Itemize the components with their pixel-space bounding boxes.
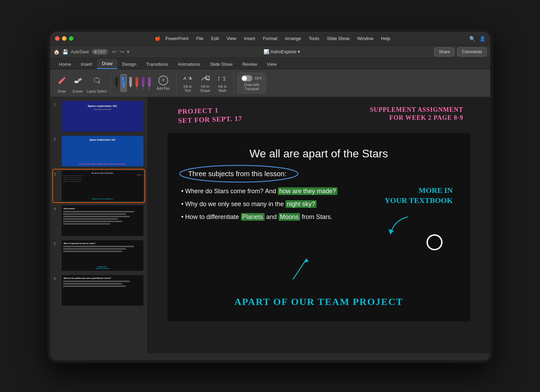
share-button[interactable]: Share xyxy=(434,47,454,56)
pen-red[interactable] xyxy=(134,76,139,91)
title-bar-center: 🍎 PowerPoint File Edit View Insert Forma… xyxy=(79,34,469,42)
lasso-tool[interactable]: Lasso Select xyxy=(87,73,107,94)
menu-slideshow[interactable]: Slide Show xyxy=(324,34,352,42)
slide-number-4: 4 xyxy=(54,207,59,211)
autosave-toggle[interactable]: OFF xyxy=(92,49,108,55)
draw-tool[interactable]: Draw xyxy=(55,73,69,94)
slide-item-3[interactable]: 3 We all are apart of the Stars Three su… xyxy=(53,170,144,202)
slide-item-5[interactable]: 5 Why is it important to work as a team?… xyxy=(53,239,144,272)
menu-tools[interactable]: Tools xyxy=(306,34,322,42)
close-button[interactable] xyxy=(55,36,60,41)
undo-button[interactable]: ↩ xyxy=(112,48,117,55)
tab-home[interactable]: Home xyxy=(54,60,76,69)
toggle-inner xyxy=(242,76,247,81)
tab-animations[interactable]: Animations xyxy=(173,60,205,69)
cursor-indicator xyxy=(426,234,443,250)
slide-number-2: 2 xyxy=(54,137,59,141)
traffic-lights xyxy=(55,36,73,41)
svg-text:A: A xyxy=(189,76,192,80)
pen-purple[interactable] xyxy=(141,76,146,91)
menu-view[interactable]: View xyxy=(224,34,239,42)
slide-thumbnail-6: What are the qualities that make a good … xyxy=(62,275,143,306)
menu-arrange[interactable]: Arrange xyxy=(282,34,304,42)
tab-review[interactable]: Review xyxy=(237,60,262,69)
ink-to-text-button[interactable]: A → A Ink toText xyxy=(180,72,195,94)
lasso-label: Lasso Select xyxy=(87,89,107,94)
maximize-button[interactable] xyxy=(69,36,73,41)
pen-pencil[interactable] xyxy=(128,76,133,91)
autosave-bar: 🏠 💾 AutoSave OFF ↩ ↪ ▾ 📊 AstroExplore ▾ … xyxy=(50,46,490,58)
tab-insert[interactable]: Insert xyxy=(76,60,97,69)
pen-colors xyxy=(114,74,152,92)
ink-to-math-label: Ink toMath xyxy=(218,85,227,93)
highlight-2: night sky? xyxy=(285,200,316,208)
slide-item-4[interactable]: 4 Discussion: xyxy=(53,204,144,237)
autosave-label: AutoSave xyxy=(71,49,89,54)
slide-number-1: 1 xyxy=(54,102,59,107)
svg-point-10 xyxy=(180,165,298,182)
mac-frame: 🍎 PowerPoint File Edit View Insert Forma… xyxy=(47,29,493,363)
menu-edit[interactable]: Edit xyxy=(208,34,221,42)
slide-thumbnail-3: We all are apart of the Stars Three subj… xyxy=(62,171,143,201)
textbook-annotation: MORE INYOUR TEXTBOOK xyxy=(385,186,453,205)
svg-text:A: A xyxy=(183,76,186,80)
ink-to-shape-button[interactable]: → Ink toShape xyxy=(197,72,213,94)
menu-insert[interactable]: Insert xyxy=(241,34,258,42)
slide-thumbnail-2: Space Exploration 101 IT HAS TO BE ABOUT… xyxy=(62,136,143,166)
highlight-1: how are they made? xyxy=(278,187,337,195)
slide-item-2[interactable]: 2 Space Exploration 101 IT HAS TO BE ABO… xyxy=(53,135,144,167)
menu-powerpoint[interactable]: PowerPoint xyxy=(163,34,191,42)
slide-number-5: 5 xyxy=(54,242,59,246)
dropdown-icon[interactable]: ▾ xyxy=(298,49,300,54)
main-slide: We all are apart of the Stars Three subj… xyxy=(167,133,470,321)
slide-main-title: We all are apart of the Stars xyxy=(167,133,470,167)
comments-button[interactable]: Comments xyxy=(457,47,486,56)
bullet-3: • How to differentiate Planets and Moons… xyxy=(181,213,456,221)
slide-panel: 1 Space exploration 101 Asteroids into t… xyxy=(50,97,148,353)
tab-view[interactable]: View xyxy=(262,60,282,69)
draw-toolbar: Draw Eraser Lasso Select xyxy=(50,69,490,97)
slide-thumbnail-1: Space exploration 101 Asteroids into the… xyxy=(62,101,143,132)
slide-item-1[interactable]: 1 Space exploration 101 Asteroids into t… xyxy=(53,100,144,133)
highlight-3a: Planets xyxy=(241,213,265,221)
toolbar-right: Share Comments xyxy=(434,47,486,56)
pen-magenta[interactable] xyxy=(147,76,152,91)
pen-blue[interactable] xyxy=(120,74,127,92)
tab-draw[interactable]: Draw xyxy=(97,59,117,69)
title-bar: 🍎 PowerPoint File Edit View Insert Forma… xyxy=(50,32,490,46)
top-annotations: PROJECT 1SET FOR SEPT. 17 SUPPLEMENT ASS… xyxy=(167,104,470,132)
redo-button[interactable]: ↪ xyxy=(119,48,124,55)
profile-icon[interactable]: 👤 xyxy=(479,36,485,41)
toggle-circle xyxy=(241,75,252,81)
supplement-annotation: SUPPLEMENT ASSIGNMENTFOR WEEK 2 PAGE 8-9 xyxy=(370,106,463,122)
slide-thumbnail-4: Discussion: xyxy=(62,205,143,236)
slide-number-3: 3 xyxy=(54,172,59,176)
trackpad-label: Draw withTrackpad xyxy=(244,83,259,91)
search-icon[interactable]: 🔍 xyxy=(469,36,475,41)
divider-2 xyxy=(176,73,177,94)
ribbon-tabs: Home Insert Draw Design Transitions Anim… xyxy=(50,58,490,69)
ink-to-text-label: Ink toText xyxy=(183,85,192,93)
menu-format[interactable]: Format xyxy=(260,34,280,42)
slide-item-6[interactable]: 6 What are the qualities that make a goo… xyxy=(53,274,144,307)
draw-with-trackpad-button[interactable]: OFF Draw withTrackpad xyxy=(237,73,266,94)
minimize-button[interactable] xyxy=(62,36,66,41)
menu-help[interactable]: Help xyxy=(378,34,393,42)
bottom-annotation: APART OF OUR TEAM PROJECT xyxy=(167,296,470,307)
svg-text:∫: ∫ xyxy=(218,76,220,81)
menu-file[interactable]: File xyxy=(193,34,206,42)
trackpad-toggle: OFF xyxy=(241,75,262,81)
add-pen-button[interactable]: + Add Pen xyxy=(154,74,173,92)
ink-to-math-button[interactable]: ∫ → ∑ Ink toMath xyxy=(215,72,230,94)
toolbar-center: 📊 AstroExplore ▾ xyxy=(132,49,432,54)
pen-black[interactable] xyxy=(114,76,119,91)
file-title: 📊 AstroExplore ▾ xyxy=(264,49,300,54)
subjects-container: Three subjects from this lesson: xyxy=(181,167,456,181)
svg-text:∑: ∑ xyxy=(223,76,226,81)
tab-design[interactable]: Design xyxy=(117,60,141,69)
tab-transitions[interactable]: Transitions xyxy=(141,60,173,69)
eraser-tool[interactable]: Eraser xyxy=(71,73,85,94)
menu-window[interactable]: Window xyxy=(354,34,376,42)
tab-slideshow[interactable]: Slide Show xyxy=(205,60,237,69)
more-button[interactable]: ▾ xyxy=(127,48,130,55)
